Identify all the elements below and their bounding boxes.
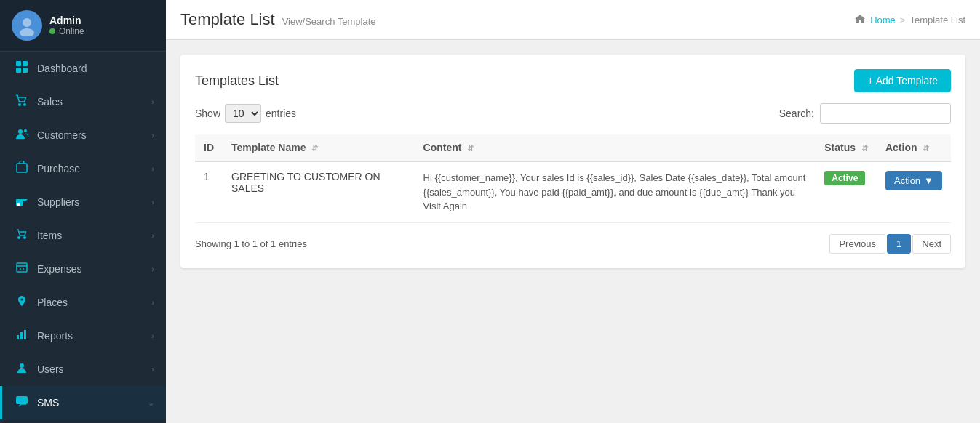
customers-icon: [14, 127, 30, 143]
chevron-right-icon-expenses: ›: [151, 265, 154, 273]
page-subtitle: View/Search Template: [282, 16, 376, 27]
sort-icon-content[interactable]: ⇵: [467, 144, 474, 153]
templates-table: ID Template Name ⇵ Content ⇵ Status ⇵: [195, 134, 951, 223]
sms-icon: [14, 395, 30, 411]
previous-button[interactable]: Previous: [829, 234, 885, 254]
cell-id: 1: [195, 161, 223, 222]
status-badge: Active: [824, 171, 865, 185]
page-1-button[interactable]: 1: [887, 234, 911, 254]
templates-card: Templates List + Add Template Show 10 25…: [180, 55, 965, 268]
sidebar: Admin Online Dashboard Sales ›: [0, 0, 166, 423]
sidebar-item-purchase-label: Purchase: [37, 163, 151, 174]
chevron-right-icon-customers: ›: [151, 131, 154, 140]
table-controls: Show 10 25 50 entries Search:: [195, 103, 951, 124]
show-entries: Show 10 25 50 entries: [195, 104, 296, 123]
sidebar-item-sales-label: Sales: [37, 96, 151, 108]
sidebar-item-users[interactable]: Users ›: [0, 352, 166, 386]
cell-action: Action ▼: [877, 161, 951, 222]
avatar: [12, 10, 42, 41]
sidebar-item-reports-label: Reports: [37, 330, 151, 342]
card-header: Templates List + Add Template: [195, 69, 951, 92]
cell-status: Active: [816, 161, 877, 222]
sidebar-item-sms-label: SMS: [37, 397, 148, 408]
sidebar-item-suppliers-label: Suppliers: [37, 196, 151, 208]
breadcrumb-current: Template List: [909, 15, 965, 25]
sort-icon-template-name[interactable]: ⇵: [311, 144, 318, 153]
sidebar-item-purchase[interactable]: Purchase ›: [0, 152, 166, 185]
sidebar-item-reports[interactable]: Reports ›: [0, 319, 166, 352]
cell-content: Hi {{customer_name}}, Your sales Id is {…: [415, 161, 816, 222]
col-template-name: Template Name ⇵: [223, 134, 415, 161]
items-icon: [14, 227, 30, 243]
svg-point-13: [17, 236, 20, 239]
card-title: Templates List: [195, 73, 279, 89]
reports-icon: [14, 328, 30, 344]
svg-rect-18: [24, 330, 26, 339]
breadcrumb-home[interactable]: Home: [870, 15, 896, 25]
chevron-right-icon: ›: [151, 97, 154, 106]
sidebar-item-users-label: Users: [37, 363, 151, 375]
topbar: Template List View/Search Template Home …: [166, 0, 980, 40]
content-area: Templates List + Add Template Show 10 25…: [166, 40, 980, 423]
show-label: Show: [195, 108, 220, 119]
sidebar-item-send-sms[interactable]: ✉ Send SMS: [0, 419, 166, 423]
search-box: Search:: [779, 103, 951, 124]
svg-rect-12: [17, 203, 20, 206]
main-content: Template List View/Search Template Home …: [166, 0, 980, 423]
col-id: ID: [195, 134, 223, 161]
add-template-button[interactable]: + Add Template: [854, 69, 951, 92]
profile-name: Admin: [49, 15, 84, 26]
breadcrumb: Home > Template List: [854, 14, 965, 26]
sidebar-item-suppliers[interactable]: Suppliers ›: [0, 185, 166, 219]
sort-icon-action[interactable]: ⇵: [923, 144, 929, 153]
sidebar-item-places-label: Places: [37, 297, 151, 308]
sidebar-item-sms[interactable]: SMS ⌄: [0, 386, 166, 419]
svg-point-14: [23, 236, 26, 239]
chevron-right-icon-places: ›: [151, 298, 154, 307]
sort-icon-status[interactable]: ⇵: [861, 144, 868, 153]
page-title: Template List: [180, 10, 275, 29]
entries-label: entries: [266, 108, 296, 119]
next-button[interactable]: Next: [912, 234, 951, 254]
svg-rect-4: [16, 68, 21, 73]
pagination: Previous 1 Next: [829, 234, 951, 254]
entries-info: Showing 1 to 1 of 1 entries: [195, 238, 307, 249]
dropdown-arrow-icon: ▼: [924, 175, 933, 186]
sidebar-profile: Admin Online: [0, 0, 166, 52]
chevron-right-icon-users: ›: [151, 365, 154, 374]
entries-select[interactable]: 10 25 50: [225, 104, 261, 123]
svg-point-19: [20, 363, 24, 368]
sales-icon: [14, 94, 30, 110]
home-icon: [854, 14, 866, 26]
sidebar-item-items[interactable]: Items ›: [0, 219, 166, 252]
svg-rect-10: [17, 164, 27, 172]
sidebar-item-customers[interactable]: Customers ›: [0, 118, 166, 152]
svg-rect-2: [16, 61, 21, 66]
chevron-right-icon-items: ›: [151, 231, 154, 240]
svg-point-0: [23, 18, 31, 27]
svg-rect-5: [23, 68, 28, 73]
sidebar-item-dashboard[interactable]: Dashboard: [0, 52, 166, 85]
svg-point-6: [18, 103, 21, 106]
col-content: Content ⇵: [415, 134, 816, 161]
sidebar-item-sales[interactable]: Sales ›: [0, 85, 166, 118]
places-icon: [14, 294, 30, 310]
action-button[interactable]: Action ▼: [885, 171, 942, 190]
svg-rect-17: [20, 332, 23, 339]
dashboard-icon: [14, 60, 30, 76]
sidebar-item-expenses-label: Expenses: [37, 263, 151, 275]
expenses-icon: [14, 261, 30, 277]
sidebar-item-customers-label: Customers: [37, 129, 151, 141]
sidebar-item-expenses[interactable]: Expenses ›: [0, 252, 166, 286]
sidebar-item-places[interactable]: Places ›: [0, 286, 166, 319]
breadcrumb-separator: >: [900, 15, 906, 25]
table-footer: Showing 1 to 1 of 1 entries Previous 1 N…: [195, 234, 951, 254]
search-input[interactable]: [820, 103, 951, 124]
profile-status: Online: [49, 26, 84, 36]
suppliers-icon: [14, 194, 30, 210]
table-row: 1 GREETING TO CUSTOMER ON SALES Hi {{cus…: [195, 161, 951, 222]
sidebar-nav: Dashboard Sales › Customers › Purchase ›: [0, 52, 166, 423]
col-status: Status ⇵: [816, 134, 877, 161]
users-icon: [14, 361, 30, 377]
svg-rect-15: [17, 263, 27, 272]
